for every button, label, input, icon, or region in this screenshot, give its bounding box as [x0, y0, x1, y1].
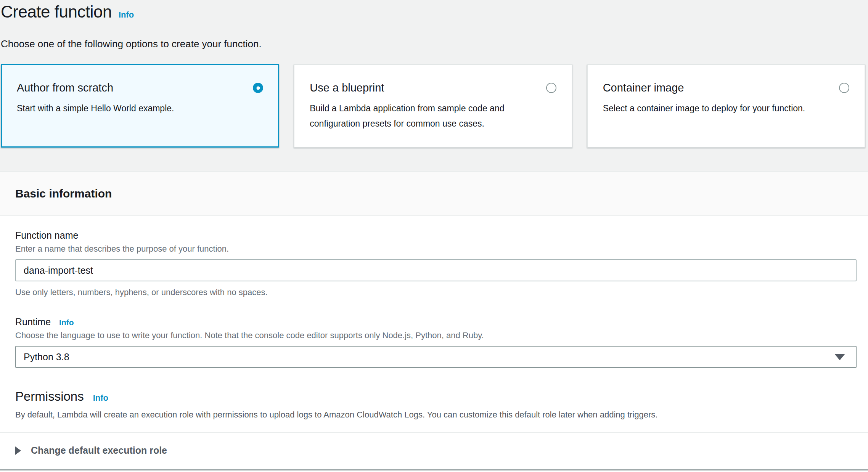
function-name-constraint: Use only letters, numbers, hyphens, or u…	[15, 287, 857, 297]
expander-label: Change default execution role	[31, 445, 167, 456]
radio-icon[interactable]	[839, 83, 849, 93]
function-name-description: Enter a name that describes the purpose …	[15, 244, 857, 254]
page-header: Create function Info Choose one of the f…	[0, 0, 868, 50]
runtime-info-link[interactable]: Info	[59, 318, 74, 327]
card-description: Start with a simple Hello World example.	[17, 101, 263, 116]
basic-information-heading: Basic information	[15, 187, 112, 200]
card-container-image[interactable]: Container image Select a container image…	[587, 64, 865, 148]
title-row: Create function Info	[1, 2, 868, 21]
permissions-info-link[interactable]: Info	[93, 393, 108, 403]
permissions-heading-row: Permissions Info	[15, 389, 857, 404]
function-name-input[interactable]	[15, 259, 857, 281]
bottom-divider	[0, 469, 868, 470]
radio-icon[interactable]	[546, 83, 556, 93]
permissions-section: Permissions Info By default, Lambda will…	[15, 389, 857, 420]
runtime-select[interactable]: Python 3.8	[15, 346, 857, 368]
runtime-description: Choose the language to use to write your…	[15, 331, 857, 340]
page-title: Create function	[1, 2, 112, 21]
runtime-label: Runtime	[15, 316, 51, 328]
card-title-row: Container image	[603, 82, 849, 94]
runtime-field: Runtime Info Choose the language to use …	[15, 316, 857, 368]
expand-arrow-icon	[15, 446, 21, 455]
card-description: Build a Lambda application from sample c…	[310, 101, 556, 131]
function-name-field: Function name Enter a name that describe…	[15, 230, 857, 297]
section-divider	[0, 432, 868, 433]
form-content: Function name Enter a name that describe…	[0, 216, 868, 472]
permissions-heading: Permissions	[15, 389, 84, 404]
runtime-selected-value: Python 3.8	[24, 352, 69, 363]
change-execution-role-expander[interactable]: Change default execution role	[15, 445, 857, 456]
page-subtitle: Choose one of the following options to c…	[1, 38, 868, 50]
card-title-row: Author from scratch	[17, 82, 263, 94]
card-title: Use a blueprint	[310, 82, 384, 94]
create-function-info-link[interactable]: Info	[119, 10, 134, 20]
chevron-down-icon	[834, 354, 845, 360]
card-title: Author from scratch	[17, 82, 113, 94]
radio-selected-icon[interactable]	[253, 83, 263, 93]
card-use-a-blueprint[interactable]: Use a blueprint Build a Lambda applicati…	[294, 64, 572, 148]
card-author-from-scratch[interactable]: Author from scratch Start with a simple …	[1, 64, 279, 148]
card-description: Select a container image to deploy for y…	[603, 101, 849, 116]
card-title-row: Use a blueprint	[310, 82, 556, 94]
creation-option-cards: Author from scratch Start with a simple …	[1, 64, 865, 148]
card-title: Container image	[603, 82, 684, 94]
runtime-label-row: Runtime Info	[15, 316, 857, 328]
basic-information-header: Basic information	[0, 171, 868, 216]
function-name-label: Function name	[15, 230, 857, 241]
permissions-description: By default, Lambda will create an execut…	[15, 410, 857, 420]
